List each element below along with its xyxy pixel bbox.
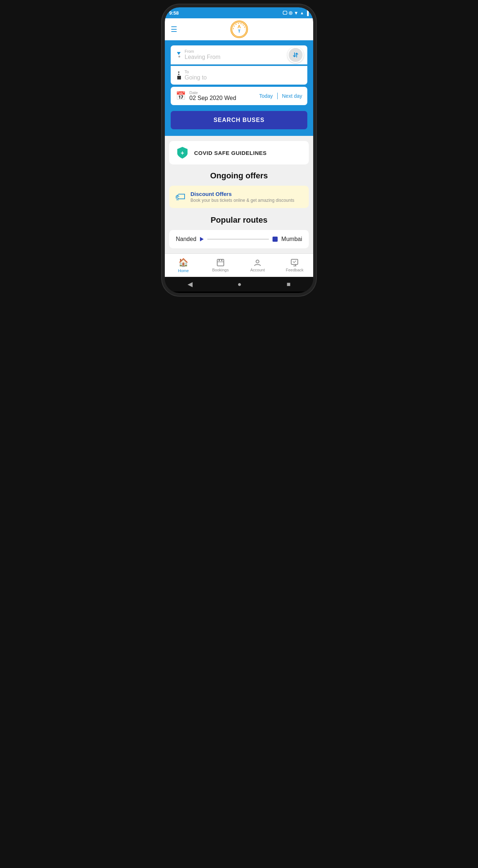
nav-home[interactable]: 🏠 Home (165, 258, 202, 273)
wifi-icon: ▼ (294, 10, 299, 16)
date-label: Date (189, 90, 236, 95)
popular-route-card[interactable]: Nanded Mumbai (169, 230, 309, 248)
bottom-nav: 🏠 Home Bookings Account (165, 253, 313, 277)
svg-text:+: + (181, 150, 184, 156)
content-area: + COVID SAFE GUIDELINES Ongoing offers 🏷… (165, 136, 313, 253)
covid-text: COVID SAFE GUIDELINES (194, 150, 267, 156)
recent-button[interactable]: ■ (287, 281, 291, 288)
from-icon (176, 52, 182, 58)
offer-desc: Book your bus tickets online & get amazi… (190, 198, 294, 203)
offers-card[interactable]: 🏷 Discount Offers Book your bus tickets … (169, 186, 309, 208)
search-buses-button[interactable]: SEARCH BUSES (171, 111, 307, 129)
nav-feedback[interactable]: Feedback (276, 259, 313, 272)
offer-title: Discount Offers (190, 191, 294, 197)
date-field[interactable]: 📅 Date 02 Sep 2020 Wed Today Next day (171, 87, 307, 105)
popular-routes-title: Popular routes (169, 215, 309, 225)
status-bar: 9:58 🖵 ◎ ▼ ▲ ▐ (165, 7, 313, 18)
nav-bookings-label: Bookings (212, 268, 229, 272)
signal-icon: ▲ (300, 11, 304, 15)
nav-feedback-label: Feedback (286, 268, 303, 272)
svg-rect-4 (217, 259, 224, 266)
notif-icon: ◎ (289, 10, 292, 15)
status-icons: 🖵 ◎ ▼ ▲ ▐ (282, 10, 309, 16)
android-nav: ◀ ● ■ (165, 277, 313, 292)
battery-icon: ▐ (305, 10, 309, 16)
route-arrow-icon (200, 237, 204, 241)
covid-guidelines-button[interactable]: + COVID SAFE GUIDELINES (169, 141, 309, 164)
search-section: From Leaving From To (165, 40, 313, 136)
svg-rect-6 (221, 259, 222, 261)
nav-home-label: Home (178, 268, 189, 273)
to-label: To (185, 70, 302, 74)
from-value: Leaving From (185, 54, 302, 60)
next-day-button[interactable]: Next day (282, 93, 302, 99)
from-label: From (185, 49, 302, 53)
app-header: ☰ A T (165, 18, 313, 40)
account-icon (253, 259, 262, 267)
route-destination-icon (273, 237, 278, 242)
to-field[interactable]: To Going to (171, 66, 307, 85)
date-divider (277, 93, 278, 99)
swap-button[interactable] (288, 47, 304, 63)
to-value: Going to (185, 74, 302, 81)
phone-frame: 9:58 🖵 ◎ ▼ ▲ ▐ ☰ A T (165, 7, 313, 293)
route-to: Mumbai (281, 236, 302, 242)
date-value: 02 Sep 2020 Wed (189, 95, 236, 101)
to-icon (176, 71, 182, 79)
nav-account-label: Account (250, 268, 265, 272)
offers-title: Ongoing offers (169, 171, 309, 181)
feedback-icon (290, 259, 299, 267)
calendar-icon: 📅 (176, 91, 186, 101)
sim-icon: 🖵 (282, 10, 287, 16)
svg-text:A: A (237, 24, 241, 29)
route-line (207, 239, 269, 240)
nav-bookings[interactable]: Bookings (202, 259, 239, 272)
menu-button[interactable]: ☰ (171, 25, 177, 34)
shield-icon: + (176, 146, 189, 159)
route-from: Nanded (176, 236, 196, 242)
swap-icon (292, 52, 299, 58)
app-logo: A T (230, 21, 248, 38)
back-button[interactable]: ◀ (188, 280, 193, 288)
svg-point-8 (256, 260, 259, 263)
tag-icon: 🏷 (175, 191, 185, 203)
from-field[interactable]: From Leaving From (171, 45, 307, 64)
bookings-icon (216, 259, 225, 267)
time: 9:58 (169, 10, 179, 16)
nav-account[interactable]: Account (239, 259, 276, 272)
home-icon: 🏠 (178, 258, 188, 267)
today-button[interactable]: Today (259, 93, 273, 99)
home-button[interactable]: ● (238, 281, 242, 288)
svg-text:T: T (238, 29, 240, 33)
svg-rect-5 (219, 259, 220, 261)
